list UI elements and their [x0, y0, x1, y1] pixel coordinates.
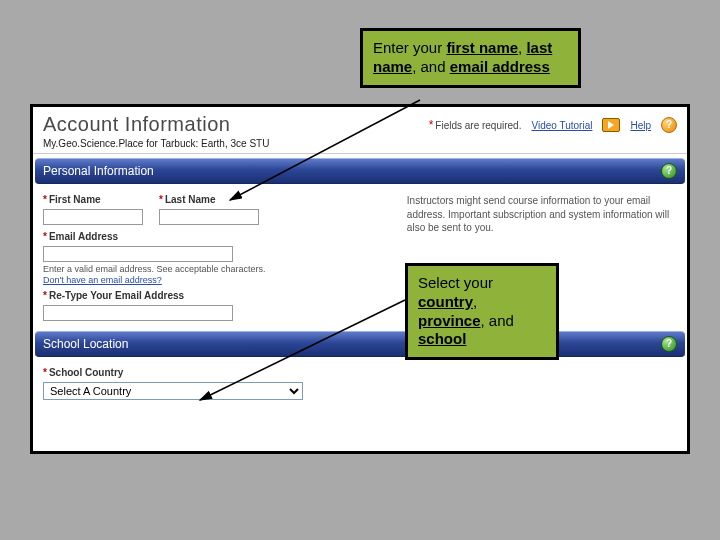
first-name-input[interactable] [43, 209, 143, 225]
last-name-label: *Last Name [159, 194, 259, 205]
retype-email-field: *Re-Type Your Email Address [43, 290, 387, 321]
required-note: *Fields are required. [429, 118, 522, 132]
section-title-personal: Personal Information [43, 164, 154, 178]
help-link[interactable]: Help [630, 120, 651, 131]
window-header: Account Information *Fields are required… [33, 107, 687, 138]
email-hint: Enter a valid email address. See accepta… [43, 264, 266, 274]
school-country-field: *School Country Select A Country [43, 367, 677, 400]
page-title: Account Information [43, 113, 230, 136]
first-name-field: *First Name [43, 194, 143, 225]
callout-location: Select your country, province, and schoo… [405, 263, 559, 360]
email-label: *Email Address [43, 231, 387, 242]
first-name-label: *First Name [43, 194, 143, 205]
school-country-select[interactable]: Select A Country [43, 382, 303, 400]
last-name-input[interactable] [159, 209, 259, 225]
email-input[interactable] [43, 246, 233, 262]
help-icon[interactable]: ? [661, 117, 677, 133]
play-icon[interactable] [602, 118, 620, 132]
school-form: *School Country Select A Country [33, 361, 687, 406]
account-window: Account Information *Fields are required… [30, 104, 690, 454]
personal-form: *First Name *Last Name *Email Address En… [33, 188, 687, 327]
section-bar-personal: Personal Information ? [35, 158, 685, 184]
product-line: My.Geo.Science.Place for Tarbuck: Earth,… [33, 138, 687, 154]
callout-names-email: Enter your first name, last name, and em… [360, 28, 581, 88]
retype-email-input[interactable] [43, 305, 233, 321]
video-tutorial-link[interactable]: Video Tutorial [531, 120, 592, 131]
school-country-label: *School Country [43, 367, 677, 378]
section-bar-school: School Location ? [35, 331, 685, 357]
section-help-icon[interactable]: ? [661, 163, 677, 179]
retype-email-label: *Re-Type Your Email Address [43, 290, 387, 301]
section-help-icon[interactable]: ? [661, 336, 677, 352]
section-title-school: School Location [43, 337, 128, 351]
no-email-link[interactable]: Don't have an email address? [43, 275, 162, 285]
last-name-field: *Last Name [159, 194, 259, 225]
email-field: *Email Address Enter a valid email addre… [43, 231, 387, 286]
